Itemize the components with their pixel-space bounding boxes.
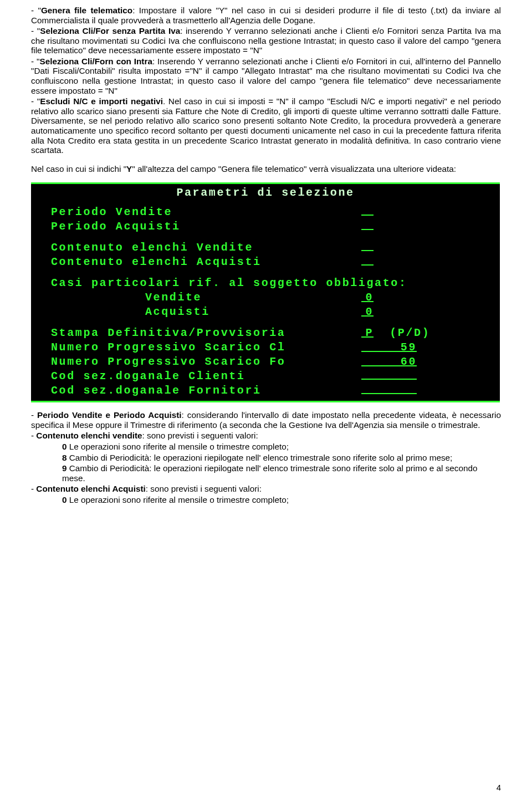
terminal-field[interactable]	[361, 219, 374, 233]
page-number: 4	[497, 783, 501, 792]
terminal-field[interactable]	[361, 383, 417, 397]
list-item: 8 Cambio di Periodicità: le operazioni r…	[62, 453, 501, 463]
terminal-row: Acquisti 0	[31, 304, 500, 319]
list-item-text: Cambio di Periodicità: le operazioni rie…	[69, 453, 453, 462]
list-item-text: Le operazioni sono riferite al mensile o…	[69, 442, 289, 451]
terminal-label: Periodo Acquisti	[51, 220, 361, 233]
terminal-row: Vendite 0	[31, 290, 500, 304]
list: 0 Le operazioni sono riferite al mensile…	[62, 442, 501, 483]
terminal-row: Numero Progressivo Scarico Fo 60	[31, 354, 500, 369]
terminal-label: Vendite	[51, 291, 361, 304]
bold-term: Genera file telematico	[41, 6, 132, 15]
terminal-field[interactable]	[361, 369, 417, 383]
terminal-row: Numero Progressivo Scarico Cl 59	[31, 340, 500, 354]
paragraph: - "Genera file telematico: Impostare il …	[31, 6, 501, 25]
terminal-title: Parametri di selezione	[31, 186, 500, 199]
terminal-field[interactable]: 59	[361, 341, 417, 354]
terminal-label: Acquisti	[51, 305, 361, 318]
terminal-row: Periodo Acquisti	[31, 219, 500, 233]
bold-term: Periodo Vendite e Periodo Acquisti	[37, 410, 182, 420]
terminal-row: Stampa Definitiva/Provvisoria P (P/D)	[31, 325, 500, 340]
bold-term: Contenuto elenchi Acquisti	[36, 484, 145, 493]
terminal-label: Contenuto elenchi Acquisti	[51, 256, 361, 268]
paragraph: - "Seleziona Cli/Forn con Intra: Inseren…	[31, 57, 501, 95]
bold-term: Seleziona Cli/Forn con Intra	[39, 57, 152, 66]
terminal-field[interactable]	[361, 254, 374, 269]
terminal-label: Stampa Definitiva/Provvisoria	[51, 326, 361, 339]
text: : sono previsti i seguenti valori:	[146, 484, 262, 493]
list-item: 9 Cambio di Periodicità: le operazioni r…	[62, 463, 501, 483]
terminal-field[interactable]	[361, 205, 374, 219]
list-item-number: 9	[62, 463, 69, 473]
terminal-row: Cod sez.doganale Clienti	[31, 369, 500, 383]
text-block-2: Nel caso in cui si indichi "Y" all'altez…	[31, 164, 501, 174]
terminal-field[interactable]	[361, 240, 374, 254]
terminal-field[interactable]: P (P/D)	[361, 326, 430, 339]
paragraph: - "Seleziona Cli/For senza Partita Iva: …	[31, 26, 501, 55]
terminal-row: Contenuto elenchi Vendite	[31, 240, 500, 254]
terminal-row: Cod sez.doganale Fornitori	[31, 383, 500, 397]
paragraph: - Contenuto elenchi vendite: sono previs…	[31, 431, 501, 441]
paragraph: - "Escludi N/C e importi negativi. Nel c…	[31, 96, 501, 155]
document-page: - "Genera file telematico: Impostare il …	[0, 0, 532, 801]
bold-term: Y	[126, 164, 132, 174]
terminal-label: Numero Progressivo Scarico Cl	[51, 341, 361, 354]
terminal: Parametri di selezione Periodo Vendite P…	[31, 182, 500, 402]
text-block-1: - "Genera file telematico: Impostare il …	[31, 6, 501, 155]
terminal-label: Periodo Vendite	[51, 206, 361, 218]
paragraph: - Contenuto elenchi Acquisti: sono previ…	[31, 484, 501, 494]
paragraph: - Periodo Vendite e Periodo Acquisti: co…	[31, 410, 501, 430]
list-item-text: Cambio di Periodicità: le operazioni rie…	[62, 463, 477, 483]
list-item-number: 8	[62, 453, 69, 462]
terminal-label: Numero Progressivo Scarico Fo	[51, 355, 361, 368]
terminal-hint: (P/D)	[390, 326, 430, 339]
bold-term: Seleziona Cli/For senza Partita Iva	[40, 26, 180, 35]
list-item-number: 0	[62, 442, 69, 451]
list-item: 0 Le operazioni sono riferite al mensile…	[62, 495, 501, 505]
terminal-field[interactable]: 60	[361, 355, 417, 368]
list: 0 Le operazioni sono riferite al mensile…	[62, 495, 501, 505]
bold-term: Escludi N/C e importi negativi	[40, 96, 163, 106]
terminal-label: Contenuto elenchi Vendite	[51, 241, 361, 254]
text-block-3: - Periodo Vendite e Periodo Acquisti: co…	[31, 410, 501, 504]
terminal-field[interactable]: 0	[361, 305, 374, 318]
bold-term: Contenuto elenchi vendite	[36, 431, 142, 440]
text: " all'altezza del campo "Genera file tel…	[132, 164, 456, 174]
list-item: 0 Le operazioni sono riferite al mensile…	[62, 442, 501, 452]
paragraph: Nel caso in cui si indichi "Y" all'altez…	[31, 164, 501, 174]
terminal-section-title: Casi particolari rif. al soggetto obblig…	[31, 275, 500, 290]
terminal-row: Periodo Vendite	[31, 205, 500, 219]
terminal-label: Cod sez.doganale Clienti	[51, 370, 361, 382]
terminal-field[interactable]: 0	[361, 291, 374, 304]
terminal-label: Cod sez.doganale Fornitori	[51, 384, 361, 397]
text: : sono previsti i seguenti valori:	[142, 431, 258, 440]
terminal-screenshot: Parametri di selezione Periodo Vendite P…	[31, 182, 501, 402]
text: Nel caso in cui si indichi "	[31, 164, 126, 174]
list-item-number: 0	[62, 495, 69, 504]
terminal-row: Contenuto elenchi Acquisti	[31, 254, 500, 269]
list-item-text: Le operazioni sono riferite al mensile o…	[69, 495, 289, 504]
